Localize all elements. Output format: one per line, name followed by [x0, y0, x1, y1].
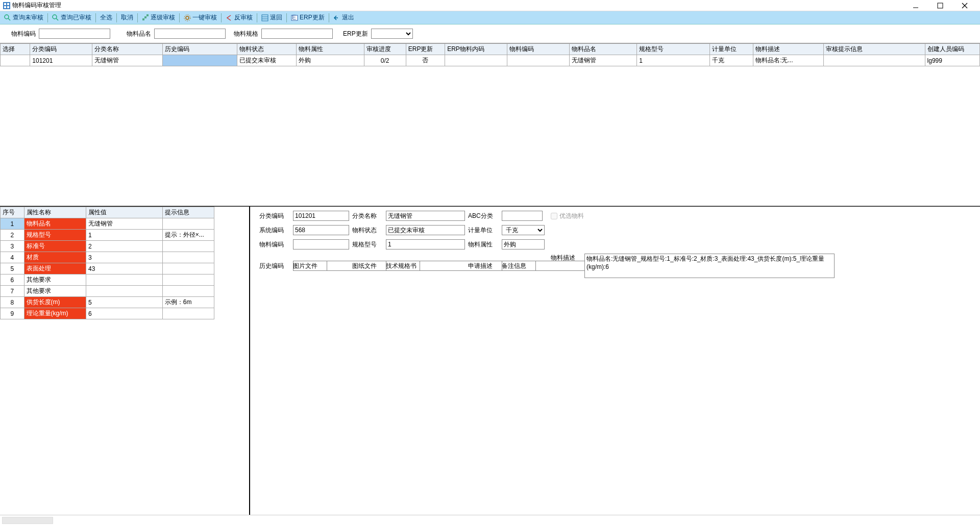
main-col-规格型号[interactable]: 规格型号	[637, 44, 710, 55]
attribute-table[interactable]: 序号属性名称属性值提示信息1物料品名无缝钢管2规格型号1提示：外径×...3标准…	[0, 207, 214, 319]
toolbar-退出[interactable]: 退出	[331, 12, 356, 23]
main-col-物料属性[interactable]: 物料属性	[297, 44, 364, 55]
attr-rownum[interactable]: 3	[1, 241, 24, 252]
attr-value[interactable]: 3	[86, 252, 162, 263]
attr-rownum[interactable]: 2	[1, 230, 24, 241]
attr-name[interactable]: 其他要求	[24, 286, 86, 297]
table-cell[interactable]: 1	[637, 55, 710, 66]
main-col-ERP物料内码[interactable]: ERP物料内码	[445, 44, 507, 55]
attr-row[interactable]: 4材质3	[1, 252, 214, 263]
attr-rownum[interactable]: 1	[1, 218, 24, 230]
attr-rownum[interactable]: 5	[1, 263, 24, 274]
attr-name[interactable]: 供货长度(m)	[24, 297, 86, 308]
main-col-计量单位[interactable]: 计量单位	[710, 44, 753, 55]
table-cell[interactable]: lg999	[925, 55, 979, 66]
toolbar-查询已审核[interactable]: 查询已审核	[50, 12, 93, 23]
table-cell[interactable]: 无缝钢管	[92, 55, 163, 66]
table-cell[interactable]	[1, 55, 30, 66]
attr-name[interactable]: 材质	[24, 252, 86, 263]
attr-row[interactable]: 7其他要求	[1, 286, 214, 297]
toolbar-反审核[interactable]: 反审核	[224, 12, 255, 23]
attr-hint[interactable]	[162, 252, 214, 263]
attr-rownum[interactable]: 6	[1, 274, 24, 286]
mat-desc-textarea[interactable]	[584, 254, 835, 278]
attr-hint[interactable]	[162, 218, 214, 230]
attr-value[interactable]: 1	[86, 230, 162, 241]
attr-row[interactable]: 2规格型号1提示：外径×...	[1, 230, 214, 241]
table-cell[interactable]: 101201	[30, 55, 92, 66]
main-col-物料状态[interactable]: 物料状态	[237, 44, 297, 55]
attr-col-提示信息[interactable]: 提示信息	[162, 207, 214, 218]
attr-value[interactable]: 无缝钢管	[86, 218, 162, 230]
attr-value[interactable]	[86, 286, 162, 297]
table-cell[interactable]: 已提交未审核	[237, 55, 297, 66]
attr-row[interactable]: 6其他要求	[1, 274, 214, 286]
attr-rownum[interactable]: 9	[1, 308, 24, 319]
close-button[interactable]	[958, 1, 972, 10]
toolbar-查询未审核[interactable]: 查询未审核	[2, 12, 45, 23]
attr-value[interactable]: 2	[86, 241, 162, 252]
attr-row[interactable]: 3标准号2	[1, 241, 214, 252]
material-spec-input[interactable]	[261, 29, 333, 39]
attr-value[interactable]: 43	[86, 263, 162, 274]
table-cell[interactable]	[507, 55, 570, 66]
attr-name[interactable]: 其他要求	[24, 274, 86, 286]
main-col-ERP更新[interactable]: ERP更新	[406, 44, 445, 55]
table-cell[interactable]: 否	[406, 55, 445, 66]
attr-col-属性值[interactable]: 属性值	[86, 207, 162, 218]
attr-rownum[interactable]: 7	[1, 286, 24, 297]
main-col-分类名称[interactable]: 分类名称	[92, 44, 163, 55]
table-cell[interactable]	[162, 55, 237, 66]
spec-input[interactable]	[386, 239, 465, 249]
attr-name[interactable]: 标准号	[24, 241, 86, 252]
toolbar-退回[interactable]: 退回	[259, 12, 284, 23]
toolbar-全选[interactable]: 全选	[98, 12, 114, 23]
attr-hint[interactable]: 示例：6m	[162, 297, 214, 308]
attr-hint[interactable]: 提示：外径×...	[162, 230, 214, 241]
table-cell[interactable]: 物料品名:无...	[753, 55, 824, 66]
toolbar-ERP更新[interactable]: EERP更新	[289, 12, 327, 23]
main-col-审核进度[interactable]: 审核进度	[364, 44, 406, 55]
toolbar-一键审核[interactable]: 一键审核	[182, 12, 219, 23]
main-col-审核提示信息[interactable]: 审核提示信息	[823, 44, 925, 55]
attr-row[interactable]: 8供货长度(m)5示例：6m	[1, 297, 214, 308]
main-table[interactable]: 选择分类编码分类名称历史编码物料状态物料属性审核进度ERP更新ERP物料内码物料…	[0, 43, 980, 66]
table-cell[interactable]: 无缝钢管	[569, 55, 636, 66]
attr-name[interactable]: 表面处理	[24, 263, 86, 274]
attr-name[interactable]: 规格型号	[24, 230, 86, 241]
table-cell[interactable]	[823, 55, 925, 66]
main-col-物料描述[interactable]: 物料描述	[753, 44, 824, 55]
attr-hint[interactable]	[162, 241, 214, 252]
attr-hint[interactable]	[162, 286, 214, 297]
cat-name-input[interactable]	[386, 211, 465, 221]
attr-value[interactable]	[86, 274, 162, 286]
attr-col-属性名称[interactable]: 属性名称	[24, 207, 86, 218]
table-cell[interactable]	[445, 55, 507, 66]
attr-value[interactable]: 5	[86, 297, 162, 308]
sys-code-input[interactable]	[293, 225, 349, 235]
material-code-input[interactable]	[39, 29, 110, 39]
table-cell[interactable]: 外购	[297, 55, 364, 66]
toolbar-取消[interactable]: 取消	[119, 12, 135, 23]
attr-col-序号[interactable]: 序号	[1, 207, 24, 218]
attr-row[interactable]: 9理论重量(kg/m)6	[1, 308, 214, 319]
erp-update-select[interactable]	[371, 29, 413, 39]
maximize-button[interactable]	[933, 1, 947, 10]
table-row[interactable]: 101201无缝钢管已提交未审核外购0/2否无缝钢管1千克物料品名:无...lg…	[1, 55, 980, 66]
abc-input[interactable]	[502, 211, 543, 221]
minimize-button[interactable]	[909, 1, 923, 10]
main-col-物料编码[interactable]: 物料编码	[507, 44, 570, 55]
attr-hint[interactable]	[162, 308, 214, 319]
attr-input[interactable]	[502, 239, 545, 249]
unit-select[interactable]: 千克	[502, 225, 545, 235]
mat-code-input[interactable]	[293, 239, 349, 249]
attr-row[interactable]: 1物料品名无缝钢管	[1, 218, 214, 230]
main-col-历史编码[interactable]: 历史编码	[162, 44, 237, 55]
table-cell[interactable]: 千克	[710, 55, 753, 66]
attr-hint[interactable]	[162, 274, 214, 286]
cat-code-input[interactable]	[293, 211, 349, 221]
table-cell[interactable]: 0/2	[364, 55, 406, 66]
attr-hint[interactable]	[162, 263, 214, 274]
attr-value[interactable]: 6	[86, 308, 162, 319]
attr-rownum[interactable]: 8	[1, 297, 24, 308]
